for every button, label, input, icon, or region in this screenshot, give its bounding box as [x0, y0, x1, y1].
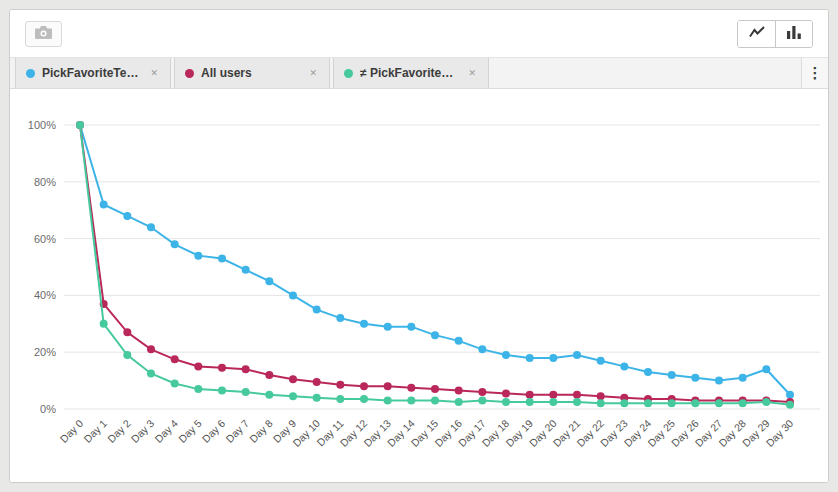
svg-text:Day 2: Day 2	[105, 417, 133, 445]
retention-chart: 0%20%40%60%80%100%Day 0Day 1Day 2Day 3Da…	[10, 89, 828, 483]
bar-chart-toggle-button[interactable]	[775, 21, 812, 47]
series-tab-label: PickFavoriteTeam	[42, 66, 141, 80]
chart-type-toggle	[737, 20, 813, 48]
svg-text:Day 7: Day 7	[223, 417, 251, 445]
series-color-dot	[26, 69, 35, 78]
svg-text:100%: 100%	[28, 119, 56, 131]
svg-text:Day 1: Day 1	[81, 417, 109, 445]
series-tabstrip: PickFavoriteTeam ✕ All users ✕ ≠ PickFav…	[10, 57, 828, 89]
series-color-dot	[185, 69, 194, 78]
series-tab-all-users[interactable]: All users ✕	[174, 58, 330, 88]
svg-text:80%: 80%	[34, 176, 56, 188]
svg-text:0%: 0%	[40, 403, 56, 415]
svg-text:20%: 20%	[34, 346, 56, 358]
chart-card: PickFavoriteTeam ✕ All users ✕ ≠ PickFav…	[9, 9, 829, 483]
svg-text:Day 8: Day 8	[247, 417, 275, 445]
svg-text:Day 0: Day 0	[58, 417, 86, 445]
camera-icon	[35, 26, 52, 42]
page: PickFavoriteTeam ✕ All users ✕ ≠ PickFav…	[0, 0, 838, 492]
series-tab-label: ≠ PickFavoriteTeam…	[360, 66, 459, 80]
export-image-button[interactable]	[25, 21, 62, 47]
close-icon[interactable]: ✕	[466, 66, 478, 80]
toolbar	[10, 10, 828, 57]
series-tab-pickfavoriteteam[interactable]: PickFavoriteTeam ✕	[15, 58, 171, 88]
line-chart-icon	[749, 26, 765, 41]
svg-text:Day 6: Day 6	[200, 417, 228, 445]
bar-chart-icon	[787, 26, 801, 42]
series-color-dot	[344, 69, 353, 78]
svg-text:Day 5: Day 5	[176, 417, 204, 445]
svg-text:Day 3: Day 3	[129, 417, 157, 445]
retention-chart-svg: 0%20%40%60%80%100%Day 0Day 1Day 2Day 3Da…	[10, 89, 828, 483]
svg-text:Day 4: Day 4	[152, 417, 180, 445]
more-options-button[interactable]: ⋮	[801, 58, 828, 88]
svg-text:40%: 40%	[34, 289, 56, 301]
series-tab-label: All users	[201, 66, 300, 80]
series-tab-not-pickfavoriteteam[interactable]: ≠ PickFavoriteTeam… ✕	[333, 58, 489, 88]
svg-text:60%: 60%	[34, 233, 56, 245]
line-chart-toggle-button[interactable]	[738, 21, 775, 47]
close-icon[interactable]: ✕	[307, 66, 319, 80]
svg-text:Day 30: Day 30	[763, 417, 795, 449]
close-icon[interactable]: ✕	[148, 66, 160, 80]
